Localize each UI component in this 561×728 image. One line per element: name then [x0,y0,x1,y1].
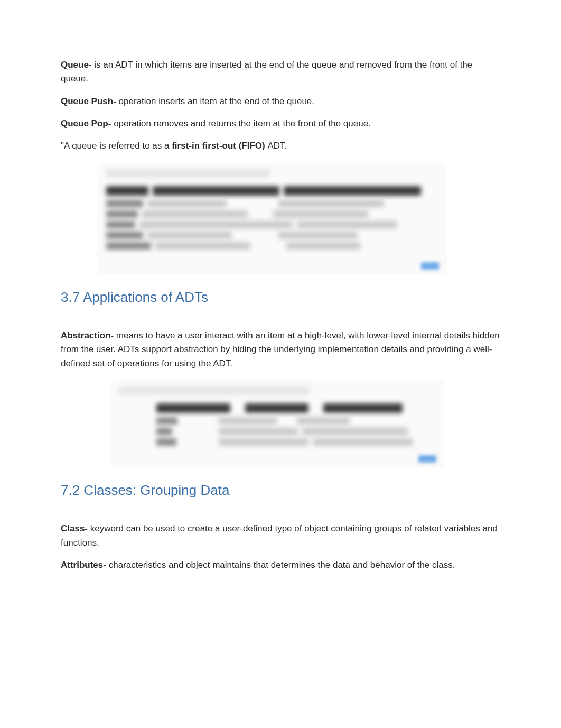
blurred-row [156,428,435,435]
desc-queue-push: operation inserts an item at the end of … [119,96,314,106]
blurred-caption [106,169,270,178]
blurred-header-cell [106,186,148,196]
term-queue-push: Queue Push- [61,96,119,106]
blurred-cell [147,232,232,239]
blurred-cell [302,428,408,435]
blurred-row [106,242,438,250]
blurred-badge [418,455,436,463]
blurred-cell [219,417,277,425]
fifo-statement: "A queue is referred to as a first-in fi… [61,139,500,153]
term-queue-pop: Queue Pop- [61,118,114,128]
blurred-cell [278,200,384,207]
blurred-cell [106,221,135,228]
blurred-row [106,221,438,228]
term-attributes: Attributes- [61,560,109,570]
blurred-cell [278,232,358,239]
blurred-row [106,210,438,218]
blurred-table-adt-examples [111,380,444,467]
desc-abstraction: means to have a user interact with an it… [61,330,500,368]
blurred-cell [142,210,248,218]
blurred-cell [106,200,143,207]
blurred-cell [147,200,227,207]
term-queue: Queue- [61,60,94,70]
blurred-cell [297,417,350,425]
definition-queue-pop: Queue Pop- operation removes and returns… [61,117,500,131]
blurred-row [156,417,435,425]
blurred-cell [155,242,250,250]
desc-queue-pop: operation removes and returns the item a… [114,118,371,128]
desc-attributes: characteristics and object maintains tha… [109,560,455,570]
desc-class: keyword can be used to create a user-def… [61,523,498,547]
heading-applications-of-adts: 3.7 Applications of ADTs [61,287,500,308]
definition-attributes: Attributes- characteristics and object m… [61,558,500,572]
blurred-cell [156,417,177,425]
blurred-cell [313,438,413,446]
blurred-header-cell [153,186,279,196]
fifo-suffix: ADT. [267,141,287,151]
blurred-row [106,232,438,239]
blurred-header-row [156,403,435,413]
blurred-header-cell [156,403,230,413]
blurred-badge [421,262,439,270]
blurred-row [156,438,435,446]
blurred-table-queue-ops [98,163,446,274]
definition-queue: Queue- is an ADT in which items are inse… [61,58,500,86]
heading-classes-grouping-data: 7.2 Classes: Grouping Data [61,480,500,501]
blurred-header-cell [284,186,421,196]
blurred-cell [273,210,368,218]
blurred-header-cell [323,403,403,413]
blurred-caption [119,386,310,395]
blurred-cell [156,428,172,435]
term-class: Class- [61,523,90,533]
desc-queue: is an ADT in which items are inserted at… [61,60,472,84]
definition-class: Class- keyword can be used to create a u… [61,522,500,550]
blurred-cell [106,232,143,239]
blurred-cell [219,428,298,435]
definition-abstraction: Abstraction- means to have a user intera… [61,329,500,371]
blurred-cell [156,438,176,446]
fifo-bold: first-in first-out (FIFO) [172,141,267,151]
blurred-cell [106,242,151,250]
blurred-cell [139,221,293,228]
blurred-cell [106,210,138,218]
blurred-cell [219,438,308,446]
blurred-cell [286,242,360,250]
fifo-prefix: "A queue is referred to as a [61,141,172,151]
blurred-header-cell [245,403,308,413]
blurred-cell [297,221,397,228]
blurred-row [106,200,438,207]
blurred-header-row [106,186,438,196]
term-abstraction: Abstraction- [61,330,116,340]
definition-queue-push: Queue Push- operation inserts an item at… [61,95,500,108]
